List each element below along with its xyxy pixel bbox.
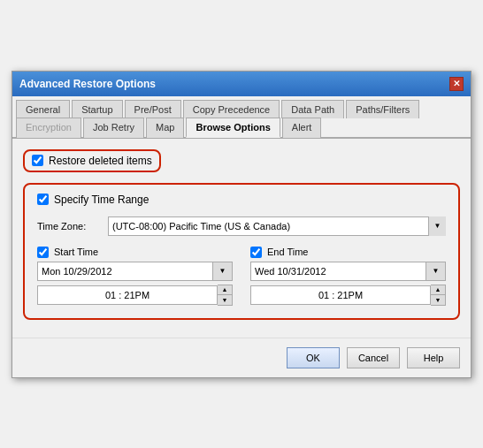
tab-job-retry[interactable]: Job Retry <box>83 118 144 138</box>
dialog-title: Advanced Restore Options <box>19 78 156 90</box>
start-time-spin: ▲ ▼ <box>218 285 233 306</box>
tab-copy-precedence[interactable]: Copy Precedence <box>183 100 280 118</box>
start-time-col: Start Time ▼ ▲ ▼ <box>37 247 233 306</box>
timezone-row: Time Zone: (UTC-08:00) Pacific Time (US … <box>37 216 446 236</box>
start-time-row: ▲ ▼ <box>37 285 233 306</box>
datetime-row: Start Time ▼ ▲ ▼ <box>37 247 446 306</box>
end-time-row: ▲ ▼ <box>250 285 446 306</box>
end-time-checkbox[interactable] <box>250 247 262 258</box>
timezone-select[interactable]: (UTC-08:00) Pacific Time (US & Canada)(U… <box>108 216 446 236</box>
tab-pre-post[interactable]: Pre/Post <box>125 100 181 118</box>
end-time-spin-down[interactable]: ▼ <box>431 295 445 305</box>
timezone-select-wrapper: (UTC-08:00) Pacific Time (US & Canada)(U… <box>108 216 446 236</box>
end-date-row: ▼ <box>250 262 446 281</box>
specify-time-checkbox[interactable] <box>37 194 49 205</box>
end-date-input[interactable] <box>250 262 426 281</box>
tab-paths-filters[interactable]: Paths/Filters <box>346 100 419 118</box>
cancel-button[interactable]: Cancel <box>347 347 400 368</box>
tab-general[interactable]: General <box>16 100 70 118</box>
end-time-col: End Time ▼ ▲ ▼ <box>250 247 446 306</box>
start-time-checkbox[interactable] <box>37 247 49 258</box>
tab-bar: General Startup Pre/Post Copy Precedence… <box>12 96 471 139</box>
end-time-spin: ▲ ▼ <box>431 285 446 306</box>
tab-data-path[interactable]: Data Path <box>281 100 344 118</box>
tab-encryption: Encryption <box>16 118 81 138</box>
timezone-label: Time Zone: <box>37 221 108 232</box>
bottom-bar: OK Cancel Help <box>12 338 471 377</box>
tab-alert[interactable]: Alert <box>282 118 322 138</box>
help-button[interactable]: Help <box>407 347 460 368</box>
end-time-label-row: End Time <box>250 247 446 258</box>
end-date-dropdown-btn[interactable]: ▼ <box>426 262 446 281</box>
start-time-input[interactable] <box>37 285 218 305</box>
start-date-row: ▼ <box>37 262 233 281</box>
time-range-box: Specify Time Range Time Zone: (UTC-08:00… <box>23 183 460 320</box>
start-time-label-row: Start Time <box>37 247 233 258</box>
restore-deleted-label: Restore deleted items <box>49 155 152 167</box>
dialog: Advanced Restore Options ✕ General Start… <box>12 71 472 378</box>
start-time-spin-down[interactable]: ▼ <box>218 295 232 305</box>
end-time-spin-up[interactable]: ▲ <box>431 285 445 295</box>
start-time-label: Start Time <box>54 247 98 257</box>
specify-time-label: Specify Time Range <box>54 194 149 206</box>
end-time-label: End Time <box>267 247 308 257</box>
restore-deleted-section: Restore deleted items <box>23 149 161 172</box>
specify-time-header: Specify Time Range <box>37 194 446 206</box>
start-time-spin-up[interactable]: ▲ <box>218 285 232 295</box>
tab-startup[interactable]: Startup <box>72 100 122 118</box>
end-time-input[interactable] <box>250 285 431 305</box>
title-bar: Advanced Restore Options ✕ <box>12 72 471 96</box>
ok-button[interactable]: OK <box>287 347 340 368</box>
content-area: Restore deleted items Specify Time Range… <box>12 139 471 330</box>
tab-browse-options[interactable]: Browse Options <box>186 118 280 138</box>
restore-deleted-checkbox[interactable] <box>32 155 43 166</box>
start-date-input[interactable] <box>37 262 213 281</box>
start-date-dropdown-btn[interactable]: ▼ <box>213 262 233 281</box>
close-button[interactable]: ✕ <box>449 77 464 91</box>
tab-map[interactable]: Map <box>146 118 184 138</box>
